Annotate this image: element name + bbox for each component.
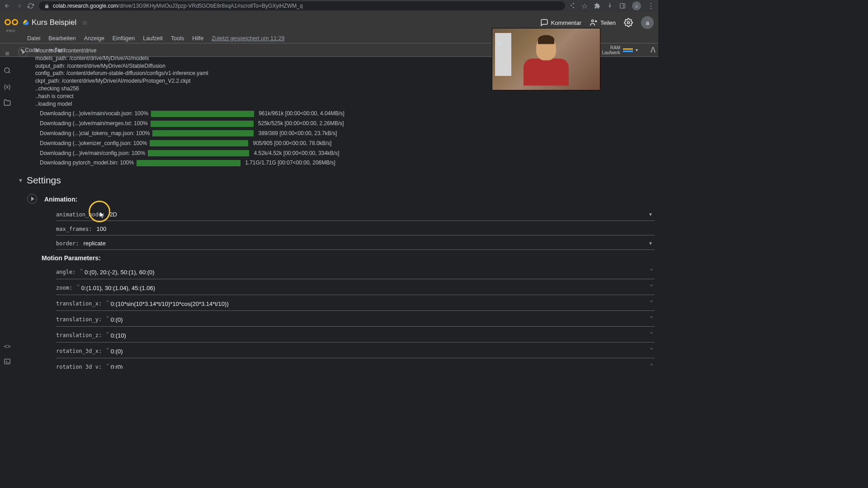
gear-icon[interactable]	[624, 18, 633, 27]
svg-rect-8	[5, 359, 10, 364]
progress-row: Downloading (...)okenizer_config.json: 1…	[40, 140, 655, 147]
angle-row: angle: ""	[56, 265, 655, 279]
menu-hilfe[interactable]: Hilfe	[189, 34, 207, 42]
settings-form: Animation: animation_mode: 2D ▼ max_fram…	[18, 191, 655, 369]
svg-point-3	[592, 20, 594, 22]
share-button[interactable]: Teilen	[590, 19, 616, 27]
angle-label: angle:	[56, 269, 75, 275]
translation-y-input[interactable]	[111, 316, 650, 323]
chevron-down-icon: ▼	[648, 212, 653, 217]
share-icon	[590, 19, 598, 27]
progress-bars: Downloading (...)olve/main/vocab.json: 1…	[18, 110, 655, 167]
menu-bearbeiten[interactable]: Bearbeiten	[45, 34, 79, 42]
bookmark-star-icon[interactable]: ☆	[581, 2, 588, 10]
variables-icon[interactable]: {x}	[4, 83, 10, 90]
back-icon[interactable]	[4, 2, 11, 9]
chevron-down-icon: ▼	[648, 241, 653, 246]
zoom-label: zoom:	[56, 285, 72, 291]
progress-row: Downloading (...)olve/main/vocab.json: 1…	[40, 110, 655, 117]
browser-chrome: colab.research.google.com/drive/13G9KHyM…	[0, 0, 658, 12]
progress-row: Downloading (...)lve/main/config.json: 1…	[40, 150, 655, 157]
zoom-row: zoom: ""	[56, 281, 655, 295]
menu-datei[interactable]: Datei	[24, 34, 44, 42]
svg-point-4	[595, 21, 597, 22]
folder-icon[interactable]	[4, 99, 11, 106]
search-icon[interactable]	[4, 67, 11, 74]
max-frames-input[interactable]	[96, 225, 655, 232]
rotation-3d-y-input[interactable]	[111, 364, 650, 369]
motion-heading: Motion Parameters:	[42, 254, 655, 262]
settings-section-header[interactable]: ▼ Settings	[18, 175, 655, 186]
incognito-icon[interactable]	[607, 3, 613, 9]
panel-icon[interactable]	[619, 3, 626, 9]
left-sidebar-bottom: <>	[0, 343, 14, 365]
translate-icon[interactable]: ⠪	[570, 2, 575, 10]
menu-einfuegen[interactable]: Einfügen	[109, 34, 138, 42]
comment-button[interactable]: Kommentar	[540, 19, 581, 27]
border-row: border: replicate ▼	[56, 237, 655, 250]
main-content: Mounted at /content/drive models_path: /…	[14, 45, 658, 369]
animation-heading: Animation:	[44, 196, 77, 203]
url-bar[interactable]: colab.research.google.com/drive/13G9KHyM…	[39, 1, 565, 10]
rotation-3d-y-label: rotation_3d_y:	[56, 364, 102, 369]
rotation-3d-x-label: rotation_3d_x:	[56, 348, 102, 354]
progress-row: Downloading (...)cial_tokens_map.json: 1…	[40, 130, 655, 137]
toc-icon[interactable]: ≡	[5, 50, 9, 58]
cell-output-text: Mounted at /content/drive models_path: /…	[32, 47, 208, 108]
lock-icon	[44, 4, 49, 9]
max-frames-row: max_frames:	[56, 223, 655, 235]
translation-x-row: translation_x: ""	[56, 297, 655, 311]
run-settings-button[interactable]	[27, 194, 37, 204]
comment-icon	[540, 19, 548, 27]
saved-status: Zuletzt gespeichert um 11:29	[208, 34, 288, 42]
animation-mode-select[interactable]: 2D ▼	[109, 211, 655, 218]
animation-mode-row: animation_mode: 2D ▼	[56, 208, 655, 221]
svg-point-6	[5, 68, 9, 73]
rotation-3d-y-row: rotation_3d_y: ""	[56, 360, 655, 369]
svg-point-5	[627, 22, 630, 24]
translation-x-label: translation_x:	[56, 300, 102, 307]
border-select[interactable]: replicate ▼	[84, 240, 655, 247]
angle-input[interactable]	[85, 269, 650, 276]
rotation-3d-x-row: rotation_3d_x: ""	[56, 344, 655, 358]
drive-icon	[23, 19, 29, 26]
star-icon[interactable]: ☆	[82, 19, 88, 26]
translation-y-label: translation_y:	[56, 316, 102, 323]
translation-x-input[interactable]	[111, 300, 650, 307]
forward-icon[interactable]	[15, 2, 23, 9]
svg-rect-1	[620, 4, 625, 9]
colab-logo[interactable]: PRO	[5, 16, 18, 29]
extensions-icon[interactable]	[594, 3, 600, 9]
terminal-icon[interactable]	[4, 358, 11, 365]
animation-mode-label: animation_mode:	[56, 211, 105, 218]
run-cell-button[interactable]	[18, 47, 28, 57]
browser-avatar[interactable]: a	[632, 1, 641, 10]
translation-y-row: translation_y: ""	[56, 313, 655, 327]
max-frames-label: max_frames:	[56, 226, 92, 232]
document-title[interactable]: Kurs Beispiel ☆	[23, 18, 88, 27]
menu-tools[interactable]: Tools	[167, 34, 188, 42]
settings-title: Settings	[27, 175, 61, 186]
translation-z-input[interactable]	[111, 332, 650, 339]
progress-row: Downloading pytorch_model.bin: 100%1.71G…	[40, 159, 655, 167]
menu-laufzeit[interactable]: Laufzeit	[139, 34, 166, 42]
browser-menu-icon[interactable]: ⋮	[647, 2, 655, 10]
translation-z-row: translation_z: ""	[56, 328, 655, 343]
url-host: colab.research.google.com	[53, 3, 118, 9]
reload-icon[interactable]	[27, 2, 34, 9]
webcam-overlay: ↖	[492, 28, 600, 90]
left-sidebar: ≡ {x}	[0, 45, 14, 106]
collapse-triangle-icon[interactable]: ▼	[18, 178, 23, 183]
rotation-3d-x-input[interactable]	[111, 348, 650, 355]
translation-z-label: translation_z:	[56, 332, 102, 338]
user-avatar[interactable]: a	[641, 16, 654, 29]
url-path: /drive/13G9KHyMviOuJ3pzp-VRd5GObE8r8xqA1…	[118, 3, 302, 9]
progress-row: Downloading (...)olve/main/merges.txt: 1…	[40, 120, 655, 127]
svg-line-7	[9, 72, 10, 73]
border-label: border:	[56, 240, 79, 247]
code-snippets-icon[interactable]: <>	[4, 343, 10, 350]
menu-anzeige[interactable]: Anzeige	[80, 34, 108, 42]
zoom-input[interactable]	[81, 285, 651, 291]
